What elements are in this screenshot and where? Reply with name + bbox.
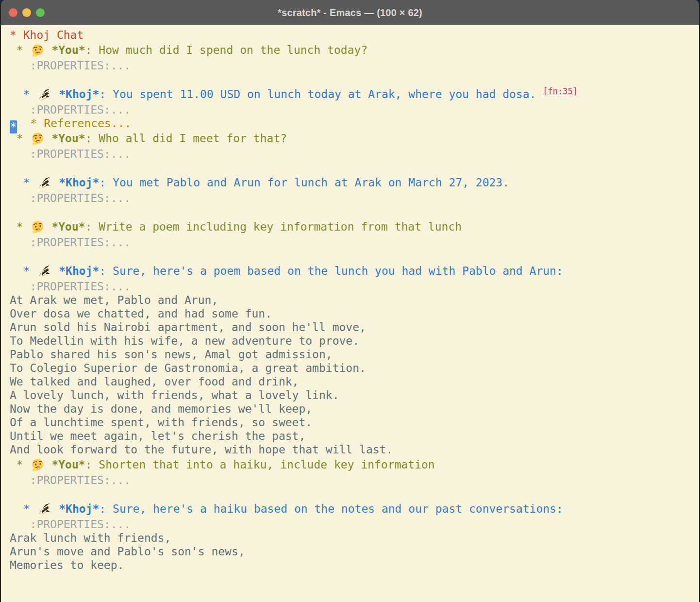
properties-drawer: :PROPERTIES:... xyxy=(10,280,697,293)
response-text: And look forward to the future, with hop… xyxy=(10,443,393,456)
spacer xyxy=(45,458,52,471)
titlebar: *scratch* - Emacs — (100 × 62) xyxy=(1,0,699,25)
response-text-line: Arun's move and Pablo's son's news, xyxy=(10,545,697,558)
references-heading: * * References... xyxy=(10,117,697,130)
minimize-button[interactable] xyxy=(22,8,31,17)
properties-drawer: :PROPERTIES:... xyxy=(10,518,697,531)
khoj-message-heading: * *Khoj*: You met Pablo and Arun for lun… xyxy=(10,174,697,191)
spacer xyxy=(52,176,59,189)
footnote-link[interactable]: [fn:35] xyxy=(543,86,578,96)
response-text-line: Until we meet again, let's cherish the p… xyxy=(10,429,697,443)
response-text: Over dosa we chatted, and had some fun. xyxy=(10,307,272,320)
response-text-line: Arun sold his Nairobi apartment, and soo… xyxy=(10,320,697,334)
response-text: A lovely lunch, with friends, what a lov… xyxy=(10,389,339,401)
message-text: : Write a poem including key information… xyxy=(85,220,462,233)
response-text-line: Over dosa we chatted, and had some fun. xyxy=(10,307,697,320)
emacs-window: *scratch* - Emacs — (100 × 62) * Khoj Ch… xyxy=(0,0,700,602)
speaker-label-khoj: *Khoj* xyxy=(59,502,99,515)
properties-drawer: :PROPERTIES:... xyxy=(10,103,697,117)
properties-drawer: :PROPERTIES:... xyxy=(10,147,697,161)
blank-line xyxy=(10,249,697,263)
properties-drawer: :PROPERTIES:... xyxy=(10,235,697,249)
response-text-line: Memories to keep. xyxy=(10,558,697,572)
properties-drawer: :PROPERTIES:... xyxy=(10,59,697,72)
spacer xyxy=(52,502,59,515)
properties-drawer-text[interactable]: :PROPERTIES:... xyxy=(10,148,131,160)
properties-drawer-text[interactable]: :PROPERTIES:... xyxy=(10,280,131,293)
blank-line xyxy=(10,161,697,174)
response-text-line: Pablo shared his son's news, Amal got ad… xyxy=(10,348,697,361)
response-text-line: At Arak we met, Pablo and Arun, xyxy=(10,293,697,307)
response-text: Arun's move and Pablo's son's news, xyxy=(10,545,245,558)
properties-drawer-text[interactable]: :PROPERTIES:... xyxy=(10,59,131,72)
blank-line xyxy=(10,205,697,218)
response-text-line: A lovely lunch, with friends, what a lov… xyxy=(10,388,697,402)
response-text: To Medellin with his wife, a new adventu… xyxy=(10,334,359,347)
org-bullet: * xyxy=(10,502,36,515)
message-text: : You spent 11.00 USD on lunch today at … xyxy=(99,88,543,100)
user-message-heading: * *You*: Write a poem including key info… xyxy=(10,218,697,235)
khoj-message-heading: * *Khoj*: Sure, here's a poem based on t… xyxy=(10,263,697,280)
properties-drawer: :PROPERTIES:... xyxy=(10,473,697,487)
speaker-label-khoj: *Khoj* xyxy=(59,176,99,189)
response-text: Arak lunch with friends, xyxy=(10,532,171,544)
speaker-label-khoj: *Khoj* xyxy=(59,88,99,100)
spacer xyxy=(45,220,52,233)
response-text: To Colegio Superior de Gastronomia, a gr… xyxy=(10,362,366,374)
user-message-heading: * *You*: Who all did I meet for that? xyxy=(10,130,697,147)
response-text-line: Now the day is done, and memories we'll … xyxy=(10,402,697,416)
response-text: Until we meet again, let's cherish the p… xyxy=(10,430,305,442)
response-text-line: We talked and laughed, over food and dri… xyxy=(10,375,697,388)
org-bullet: * xyxy=(10,458,30,471)
close-button[interactable] xyxy=(9,8,17,17)
user-message-heading: * *You*: How much did I spend on the lun… xyxy=(10,42,697,59)
response-text: At Arak we met, Pablo and Arun, xyxy=(10,294,218,306)
properties-drawer-text[interactable]: :PROPERTIES:... xyxy=(10,236,131,249)
org-bullet: * xyxy=(10,265,36,277)
org-bullet: * xyxy=(10,44,30,56)
properties-drawer-text[interactable]: :PROPERTIES:... xyxy=(10,192,131,204)
traffic-lights xyxy=(9,0,45,25)
window-title: *scratch* - Emacs — (100 × 62) xyxy=(278,7,422,18)
response-text-line: And look forward to the future, with hop… xyxy=(10,443,697,456)
message-text: : Sure, here's a poem based on the lunch… xyxy=(99,265,563,277)
response-text: We talked and laughed, over food and dri… xyxy=(10,375,299,388)
response-text-line: To Colegio Superior de Gastronomia, a gr… xyxy=(10,361,697,375)
properties-drawer: :PROPERTIES:... xyxy=(10,191,697,205)
khoj-message-heading: * *Khoj*: You spent 11.00 USD on lunch t… xyxy=(10,86,697,103)
speaker-label-you: *You* xyxy=(51,458,85,471)
zoom-button[interactable] xyxy=(36,8,45,17)
org-bullet: * xyxy=(10,132,30,145)
user-message-heading: * *You*: Shorten that into a haiku, incl… xyxy=(10,456,697,473)
message-text: : You met Pablo and Arun for lunch at Ar… xyxy=(99,176,509,189)
org-bullet: * xyxy=(10,88,36,100)
heading-text: * Khoj Chat xyxy=(10,29,83,41)
message-text: : How much did I spend on the lunch toda… xyxy=(85,44,368,56)
response-text: Of a lunchtime spent, with friends, so s… xyxy=(10,416,312,429)
response-text: Memories to keep. xyxy=(10,559,124,571)
speaker-label-you: *You* xyxy=(51,132,85,145)
message-text: : Sure, here's a haiku based on the note… xyxy=(99,502,563,515)
blank-line xyxy=(10,487,697,501)
message-text: : Who all did I meet for that? xyxy=(85,132,287,145)
response-text-line: Arak lunch with friends, xyxy=(10,531,697,545)
spacer xyxy=(52,88,59,100)
speaker-label-you: *You* xyxy=(51,44,85,56)
speaker-label-you: *You* xyxy=(51,220,85,233)
properties-drawer-text[interactable]: :PROPERTIES:... xyxy=(10,518,131,531)
response-text-line: Of a lunchtime spent, with friends, so s… xyxy=(10,416,697,429)
editor-buffer[interactable]: * Khoj Chat * *You*: How much did I spen… xyxy=(1,25,699,602)
khoj-message-heading: * *Khoj*: Sure, here's a haiku based on … xyxy=(10,501,697,518)
properties-drawer-text[interactable]: :PROPERTIES:... xyxy=(10,474,131,486)
spacer xyxy=(45,44,52,56)
properties-drawer-text[interactable]: :PROPERTIES:... xyxy=(10,103,131,116)
response-text: Arun sold his Nairobi apartment, and soo… xyxy=(10,321,366,334)
org-bullet: * xyxy=(10,176,36,189)
org-bullet: * xyxy=(10,220,30,233)
speaker-label-khoj: *Khoj* xyxy=(59,265,99,277)
spacer xyxy=(45,132,52,145)
chat-title-heading: * Khoj Chat xyxy=(10,28,697,42)
spacer xyxy=(52,265,59,277)
response-text: Pablo shared his son's news, Amal got ad… xyxy=(10,348,333,361)
references-text[interactable]: * References... xyxy=(17,117,131,130)
